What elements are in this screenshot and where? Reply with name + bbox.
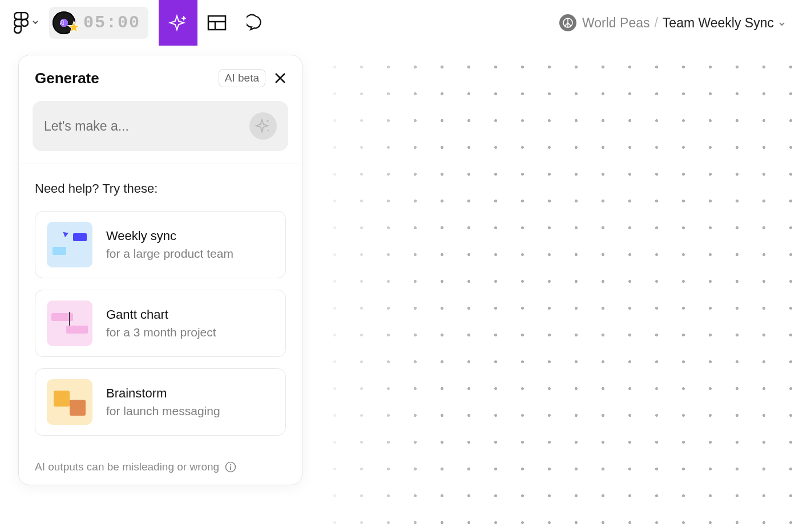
prompt-input-container[interactable] — [33, 101, 288, 151]
breadcrumb[interactable]: World Peas / Team Weekly Sync — [582, 15, 785, 31]
toolbar-left: ♫ ★ 05:00 — [14, 0, 275, 46]
figma-logo-icon — [14, 12, 29, 34]
close-icon — [274, 72, 286, 84]
submit-prompt-button[interactable] — [249, 112, 277, 140]
timer-widget[interactable]: ♫ ★ 05:00 — [49, 7, 148, 39]
peace-icon — [563, 18, 573, 28]
help-title: Need help? Try these: — [35, 181, 286, 196]
thumbnail-brainstorm-icon — [47, 379, 92, 425]
sparkle-icon — [255, 118, 271, 134]
suggestion-title: Weekly sync — [106, 229, 233, 243]
suggestion-title: Brainstorm — [106, 386, 220, 401]
toolbar: ♫ ★ 05:00 — [0, 0, 799, 46]
breadcrumb-file[interactable]: Team Weekly Sync — [663, 15, 774, 31]
timer-value: 05:00 — [83, 13, 140, 33]
panel-header: Generate AI beta — [19, 55, 302, 98]
sparkle-icon — [168, 13, 188, 33]
team-avatar[interactable] — [559, 14, 576, 31]
breadcrumb-separator: / — [654, 15, 657, 31]
suggestion-gantt-chart[interactable]: Gantt chart for a 3 month project — [35, 290, 286, 357]
chevron-down-icon — [778, 15, 785, 31]
suggestion-weekly-sync[interactable]: Weekly sync for a large product team — [35, 211, 286, 278]
ai-disclaimer: AI outputs can be misleading or wrong — [19, 454, 302, 485]
breadcrumb-project[interactable]: World Peas — [582, 15, 649, 31]
svg-line-6 — [565, 23, 568, 26]
prompt-input[interactable] — [44, 119, 243, 134]
toolbar-right: World Peas / Team Weekly Sync — [559, 14, 785, 31]
table-tool-button[interactable] — [197, 0, 236, 46]
chat-bubble-icon — [247, 14, 265, 32]
svg-point-0 — [21, 19, 28, 26]
svg-point-13 — [230, 464, 231, 465]
table-icon — [207, 15, 227, 31]
ai-generate-tool-button[interactable] — [159, 0, 197, 46]
help-section: Need help? Try these: Weekly sync for a … — [19, 164, 302, 454]
suggestion-title: Gantt chart — [106, 307, 216, 322]
comment-tool-button[interactable] — [236, 0, 275, 46]
svg-line-7 — [568, 23, 571, 26]
ai-beta-badge: AI beta — [219, 69, 265, 87]
svg-rect-1 — [208, 16, 225, 30]
disclaimer-text: AI outputs can be misleading or wrong — [35, 461, 219, 473]
close-panel-button[interactable] — [272, 70, 288, 86]
generate-panel: Generate AI beta Need help? Try these: W… — [18, 55, 302, 485]
svg-point-11 — [268, 130, 269, 131]
timer-music-icon: ♫ ★ — [53, 10, 78, 35]
thumbnail-gantt-icon — [47, 300, 92, 346]
panel-title: Generate — [35, 70, 212, 87]
chevron-down-icon — [32, 18, 39, 28]
thumbnail-weekly-sync-icon — [47, 222, 92, 267]
suggestion-subtitle: for a 3 month project — [106, 326, 216, 339]
suggestion-brainstorm[interactable]: Brainstorm for launch messaging — [35, 368, 286, 436]
main-menu-button[interactable] — [14, 12, 39, 34]
suggestion-subtitle: for launch messaging — [106, 404, 220, 418]
svg-point-10 — [267, 120, 269, 122]
info-icon[interactable] — [225, 461, 236, 473]
suggestion-subtitle: for a large product team — [106, 247, 233, 261]
